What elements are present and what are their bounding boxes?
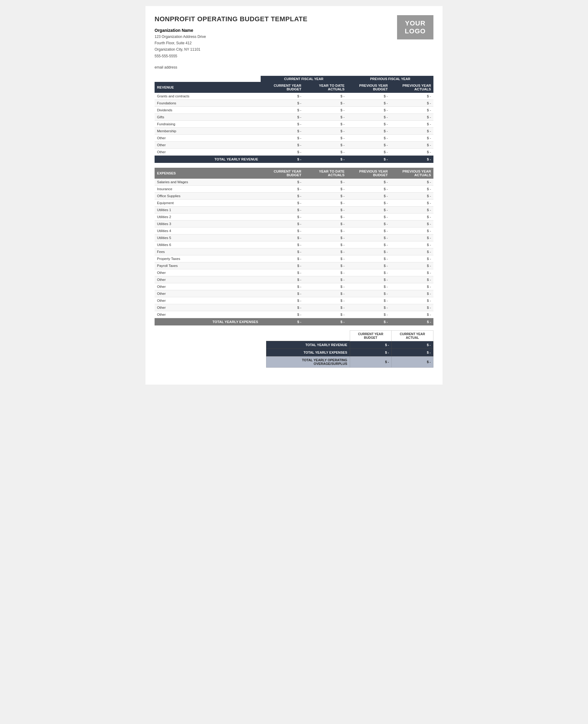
revenue-table: CURRENT FISCAL YEAR PREVIOUS FISCAL YEAR… [154,76,434,163]
expenses-label: EXPENSES [154,168,261,179]
table-row: Utilities 4 $ - $ - $ - $ - [154,227,434,234]
row-c1: $ - [261,93,304,100]
org-phone: 555-555-5555 [154,53,434,59]
table-row: Other $ - $ - $ - $ - [154,276,434,283]
page-title: NONPROFIT OPERATING BUDGET TEMPLATE [154,15,434,23]
row-label: Other [154,134,261,141]
row-label: Other [154,141,261,148]
org-email: email address [154,65,434,71]
table-row: Other $ - $ - $ - $ - [154,134,434,141]
expenses-total-c4: $ - [390,318,434,325]
row-label: Other [154,148,261,155]
revenue-col1: CURRENT YEAR BUDGET [261,82,304,93]
table-row: Other $ - $ - $ - $ - [154,290,434,297]
row-c2: $ - [304,93,347,100]
table-row: Utilities 6 $ - $ - $ - $ - [154,241,434,248]
table-row: Utilities 3 $ - $ - $ - $ - [154,220,434,227]
revenue-total-c4: $ - [390,155,434,163]
table-row: Other $ - $ - $ - $ - [154,141,434,148]
table-row: Fees $ - $ - $ - $ - [154,248,434,255]
expenses-total-row: TOTAL YEARLY EXPENSES $ - $ - $ - $ - [154,318,434,325]
summary-table: CURRENT YEAR BUDGET CURRENT YEAR ACTUAL … [266,330,434,368]
expenses-total-c1: $ - [261,318,304,325]
revenue-total-row: TOTAL YEARLY REVENUE $ - $ - $ - $ - [154,155,434,163]
revenue-total-c3: $ - [347,155,391,163]
table-row: Other $ - $ - $ - $ - [154,283,434,290]
page: NONPROFIT OPERATING BUDGET TEMPLATE Orga… [146,6,442,385]
summary-revenue-row: TOTAL YEARLY REVENUE $ - $ - [267,341,434,348]
summary-revenue-c1: $ - [350,341,392,348]
expenses-col4: PREVIOUS YEAR ACTUALS [390,168,434,179]
row-c3: $ - [347,93,391,100]
logo: YOURLOGO [397,15,434,39]
previous-fiscal-label: PREVIOUS FISCAL YEAR [347,76,434,82]
summary-col1: CURRENT YEAR BUDGET [350,330,392,341]
table-row: Insurance $ - $ - $ - $ - [154,185,434,192]
table-row: Fundraising $ - $ - $ - $ - [154,120,434,127]
revenue-total-c2: $ - [304,155,347,163]
revenue-col2: YEAR TO DATE ACTUALS [304,82,347,93]
table-row: Payroll Taxes $ - $ - $ - $ - [154,262,434,269]
table-row: Grants and contracts $ - $ - $ - $ - [154,93,434,100]
table-row: Equipment $ - $ - $ - $ - [154,199,434,206]
org-address1: 123 Organization Address Drive [154,34,434,40]
summary-expenses-row: TOTAL YEARLY EXPENSES $ - $ - [267,348,434,356]
revenue-total-label: TOTAL YEARLY REVENUE [154,155,261,163]
summary-expenses-label: TOTAL YEARLY EXPENSES [267,348,350,356]
table-row: Other $ - $ - $ - $ - [154,311,434,318]
table-row: Foundations $ - $ - $ - $ - [154,100,434,106]
summary-surplus-label: TOTAL YEARLY OPERATING OVERAGE/SURPLUS [267,356,350,367]
expenses-total-c3: $ - [347,318,391,325]
table-row: Utilities 2 $ - $ - $ - $ - [154,213,434,220]
row-label: Dividends [154,106,261,114]
expenses-col3: PREVIOUS YEAR BUDGET [347,168,391,179]
table-row: Other $ - $ - $ - $ - [154,297,434,304]
current-fiscal-label: CURRENT FISCAL YEAR [261,76,347,82]
expenses-section-header: EXPENSES CURRENT YEAR BUDGET YEAR TO DAT… [154,168,434,179]
row-label: Fundraising [154,120,261,127]
table-row: Utilities 1 $ - $ - $ - $ - [154,206,434,213]
org-address2: Fourth Floor, Suite 412 [154,40,434,46]
table-row: Dividends $ - $ - $ - $ - [154,106,434,114]
expenses-total-label: TOTAL YEARLY EXPENSES [154,318,261,325]
table-row: Membership $ - $ - $ - $ - [154,127,434,134]
table-row: Other $ - $ - $ - $ - [154,304,434,311]
summary-surplus-row: TOTAL YEARLY OPERATING OVERAGE/SURPLUS $… [267,356,434,367]
org-address3: Organization City, NY 11101 [154,47,434,53]
expenses-table: EXPENSES CURRENT YEAR BUDGET YEAR TO DAT… [154,168,434,325]
org-name: Organization Name [154,28,434,33]
revenue-section-header: REVENUE CURRENT YEAR BUDGET YEAR TO DATE… [154,82,434,93]
table-row: Other $ - $ - $ - $ - [154,148,434,155]
expenses-col1: CURRENT YEAR BUDGET [261,168,304,179]
table-row: Office Supplies $ - $ - $ - $ - [154,192,434,199]
expenses-total-c2: $ - [304,318,347,325]
expenses-col2: YEAR TO DATE ACTUALS [304,168,347,179]
revenue-col4: PREVIOUS YEAR ACTUALS [390,82,434,93]
summary-expenses-c2: $ - [392,348,434,356]
row-label: Gifts [154,114,261,120]
table-row: Salaries and Wages $ - $ - $ - $ - [154,179,434,186]
row-label: Membership [154,127,261,134]
summary-surplus-c1: $ - [350,356,392,367]
table-row: Other $ - $ - $ - $ - [154,269,434,276]
summary-col2: CURRENT YEAR ACTUAL [392,330,434,341]
row-label: Grants and contracts [154,93,261,100]
row-c4: $ - [390,93,434,100]
summary-col-header: CURRENT YEAR BUDGET CURRENT YEAR ACTUAL [267,330,434,341]
summary-surplus-c2: $ - [392,356,434,367]
summary-revenue-label: TOTAL YEARLY REVENUE [267,341,350,348]
row-label: Foundations [154,100,261,106]
table-row: Property Taxes $ - $ - $ - $ - [154,255,434,262]
revenue-total-c1: $ - [261,155,304,163]
revenue-label: REVENUE [154,82,261,93]
summary-expenses-c1: $ - [350,348,392,356]
fiscal-header-row: CURRENT FISCAL YEAR PREVIOUS FISCAL YEAR [154,76,434,82]
revenue-col3: PREVIOUS YEAR BUDGET [347,82,391,93]
summary-revenue-c2: $ - [392,341,434,348]
table-row: Utilities 5 $ - $ - $ - $ - [154,234,434,241]
table-row: Gifts $ - $ - $ - $ - [154,114,434,120]
